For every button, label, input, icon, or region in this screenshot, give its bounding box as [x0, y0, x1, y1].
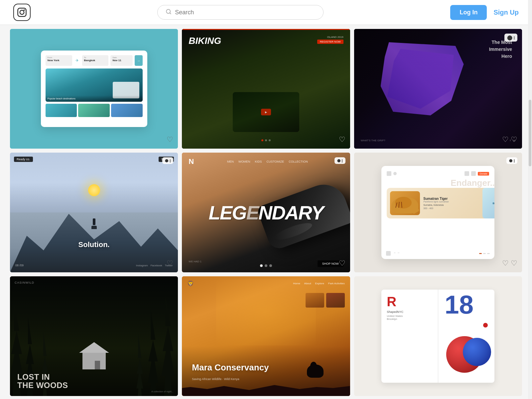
- card-6-title-text: Endanger...: [451, 178, 494, 188]
- scrollbar[interactable]: [528, 0, 532, 399]
- grid-item[interactable]: N Men Women Kids Customize Collection ⌕ …: [182, 153, 350, 272]
- search-bar[interactable]: [157, 5, 324, 20]
- video-badge: ⬤|: [506, 157, 517, 164]
- grid-item[interactable]: From New York ✈ To Bangkok Date Nov 11 →: [10, 29, 178, 149]
- card-9-num: 18: [441, 290, 494, 316]
- card-5-title: LEGENDARY: [208, 201, 323, 224]
- card-6-species: Sumatran Tiger: [423, 197, 486, 200]
- card-6-population: 300 - 400: [423, 207, 486, 209]
- search-icon: [166, 9, 172, 16]
- grid-item[interactable]: Biking ISLAND 2019 REGISTER NOW ▶ ♡: [182, 29, 350, 149]
- card-6-latin: Panthera tigris sumatrae: [423, 200, 486, 203]
- heart-icon[interactable]: ♡: [167, 135, 173, 144]
- heart-icon[interactable]: ♡ ♡: [502, 259, 517, 268]
- signup-button[interactable]: Sign Up: [493, 9, 519, 16]
- card-2-title: Biking: [189, 36, 221, 46]
- scrollbar-thumb[interactable]: [529, 100, 531, 166]
- card-4-text: Solution.: [78, 240, 110, 249]
- search-input[interactable]: [175, 9, 315, 16]
- grid-item[interactable]: The Most Immersive Hero WHAT'S THE GRIP?…: [354, 29, 522, 149]
- svg-rect-0: [18, 8, 26, 17]
- card-1-mockup: From New York ✈ To Bangkok Date Nov 11 →: [41, 51, 147, 127]
- grid-item[interactable]: Solution. Ready co. Sign up 08 /09 Insta…: [10, 153, 178, 272]
- instagram-logo[interactable]: [13, 4, 31, 21]
- card-7-badge: CASINWILD: [15, 281, 34, 284]
- svg-point-1: [20, 10, 24, 15]
- header-actions: Log In Sign Up: [450, 5, 519, 20]
- grid-item[interactable]: LOST INTHE WOODS CASINWILD A collection …: [10, 276, 178, 396]
- heart-icon[interactable]: ♡: [339, 259, 345, 268]
- svg-line-4: [170, 13, 171, 14]
- grid-item[interactable]: Donate Endanger...: [354, 153, 522, 272]
- photo-grid: From New York ✈ To Bangkok Date Nov 11 →: [0, 25, 532, 399]
- login-button[interactable]: Log In: [450, 5, 487, 20]
- card-9-r: R: [387, 295, 436, 308]
- grid-item[interactable]: 🦁 Home About Explore Park Activities: [182, 276, 350, 396]
- card-7-title: LOST INTHE WOODS: [17, 373, 68, 389]
- svg-point-2: [24, 9, 25, 11]
- card-8-title: Mara Conservancy: [192, 362, 269, 373]
- video-badge: ⬤|: [162, 157, 173, 164]
- card-6-mockup: Donate Endanger...: [381, 166, 494, 259]
- card-9-mockup: R ShapedNYC United States Brooklyn 18: [381, 290, 494, 383]
- video-badge: ⬤|: [334, 157, 345, 164]
- card-6-location: Sumatra, Indonesia: [423, 204, 486, 206]
- logo-area: [13, 4, 31, 21]
- header: Log In Sign Up: [0, 0, 532, 25]
- grid-item[interactable]: R ShapedNYC United States Brooklyn 18: [354, 276, 522, 396]
- video-badge: ⬤|: [504, 34, 517, 42]
- heart-icon[interactable]: ♡: [167, 259, 173, 268]
- heart-icon[interactable]: ♡: [339, 135, 345, 144]
- heart-icon[interactable]: ♡ ♡: [502, 135, 517, 144]
